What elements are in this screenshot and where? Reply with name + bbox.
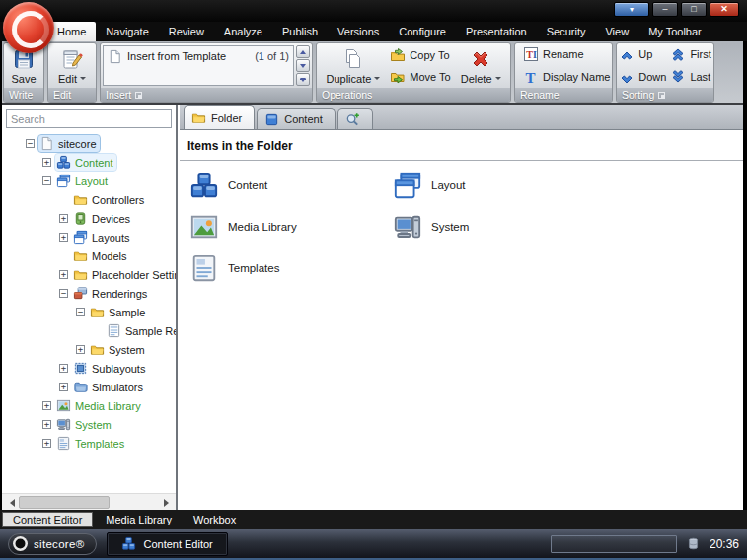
ribbon-tab-security[interactable]: Security xyxy=(537,22,596,41)
layout-icon xyxy=(73,230,88,245)
content-tab-folder[interactable]: Folder xyxy=(184,105,255,129)
copy-to-button[interactable]: Copy To xyxy=(388,46,452,64)
scroll-down-button[interactable] xyxy=(296,59,310,72)
sitecore-start-button[interactable]: sitecore® xyxy=(8,533,97,555)
move-to-icon xyxy=(390,69,406,85)
expand-icon[interactable]: + xyxy=(42,420,51,429)
folder-icon xyxy=(73,192,88,207)
tree-item-system[interactable]: +System xyxy=(2,415,176,434)
tree-item-devices[interactable]: +Devices xyxy=(2,209,176,228)
first-button[interactable]: First xyxy=(668,45,712,63)
tree-item-sublayouts[interactable]: +Sublayouts xyxy=(2,359,176,378)
scroll-page-down-button[interactable] xyxy=(296,73,310,86)
cube-icon xyxy=(264,112,279,127)
tree-item-layouts[interactable]: +Layouts xyxy=(2,228,176,246)
folder-item-layout[interactable]: Layout xyxy=(393,171,689,200)
tree-item-simulators[interactable]: +Simulators xyxy=(2,378,176,396)
tree-item-system[interactable]: +System xyxy=(2,340,176,359)
search-plus-icon xyxy=(345,112,360,127)
content-tab-content[interactable]: Content xyxy=(257,108,336,129)
delete-button[interactable]: Delete xyxy=(457,45,505,87)
folder-icon xyxy=(90,305,105,319)
tree-item-media-library[interactable]: +Media Library xyxy=(2,396,176,415)
close-button[interactable]: ✕ xyxy=(710,2,739,17)
ribbon-tab-my-toolbar[interactable]: My Toolbar xyxy=(638,22,711,41)
expand-icon[interactable]: + xyxy=(59,270,68,279)
triangle-page-down-icon xyxy=(300,78,306,85)
collapse-icon[interactable]: − xyxy=(59,289,68,298)
triangle-right-icon xyxy=(164,499,173,507)
dialog-launcher-icon[interactable] xyxy=(135,92,142,99)
last-button[interactable]: Last xyxy=(668,68,712,86)
double-chevron-down-icon xyxy=(670,69,686,85)
ribbon-tab-view[interactable]: View xyxy=(595,22,638,41)
maximize-button[interactable]: □ xyxy=(681,2,707,17)
tree-item-templates[interactable]: +Templates xyxy=(2,434,176,453)
down-button[interactable]: Down xyxy=(617,68,668,86)
display-name-button[interactable]: T Display Name xyxy=(521,68,612,86)
expand-icon[interactable]: + xyxy=(59,233,68,242)
insert-from-template-button[interactable]: Insert from Template (1 of 1) xyxy=(103,45,294,86)
ribbon-tab-home[interactable]: Home xyxy=(47,22,96,41)
layout-icon xyxy=(393,171,422,200)
tree-item-controllers[interactable]: Controllers xyxy=(2,190,176,209)
window-menu-button[interactable]: ▾ xyxy=(614,2,649,17)
expand-icon[interactable]: + xyxy=(59,364,68,373)
group-label-write: Write xyxy=(4,88,43,102)
ribbon: Save Write Edit Edit Insert from Templat… xyxy=(2,41,743,105)
ribbon-tab-analyze[interactable]: Analyze xyxy=(214,22,272,41)
expand-icon[interactable]: + xyxy=(42,401,51,410)
expand-icon[interactable]: + xyxy=(59,214,68,223)
collapse-icon[interactable]: − xyxy=(76,308,85,316)
collapse-icon[interactable]: − xyxy=(42,176,51,185)
tree-item-sample-rendering[interactable]: Sample Rendering xyxy=(2,321,176,340)
folder-item-system[interactable]: System xyxy=(393,212,689,242)
collapse-icon[interactable]: − xyxy=(26,139,35,148)
tree-item-models[interactable]: Models xyxy=(2,246,176,265)
folder-item-media-library[interactable]: Media Library xyxy=(189,212,393,242)
scrollbar-thumb[interactable] xyxy=(19,496,110,509)
scroll-left-button[interactable] xyxy=(2,495,18,510)
tree-item-sample[interactable]: −Sample xyxy=(2,303,176,321)
expand-icon[interactable]: + xyxy=(42,158,51,167)
folder-item-templates[interactable]: Templates xyxy=(189,253,393,283)
ribbon-tab-configure[interactable]: Configure xyxy=(389,22,456,41)
ribbon-tab-publish[interactable]: Publish xyxy=(272,22,328,41)
ribbon-tab-navigate[interactable]: Navigate xyxy=(96,22,158,41)
folder-items-grid: ContentLayoutMedia LibrarySystemTemplate… xyxy=(180,161,743,283)
dialog-launcher-icon[interactable] xyxy=(658,92,665,99)
duplicate-button[interactable]: Duplicate xyxy=(322,45,384,87)
ribbon-tab-versions[interactable]: Versions xyxy=(328,22,389,41)
tree-item-layout[interactable]: −Layout xyxy=(2,172,176,190)
expand-icon[interactable]: + xyxy=(76,345,85,354)
edit-button[interactable]: Edit xyxy=(54,45,90,87)
taskbar-app-content-editor[interactable]: Content Editor xyxy=(107,532,227,556)
tree-item-sitecore[interactable]: −sitecore xyxy=(2,134,176,153)
ribbon-tab-presentation[interactable]: Presentation xyxy=(456,22,537,41)
device-icon xyxy=(73,211,88,226)
app-tab-media-library[interactable]: Media Library xyxy=(95,512,183,527)
sitecore-logo-icon[interactable] xyxy=(3,2,54,53)
folder-item-content[interactable]: Content xyxy=(189,171,393,200)
tree-item-renderings[interactable]: −Renderings xyxy=(2,284,176,303)
expand-icon[interactable]: + xyxy=(42,439,51,448)
scroll-right-button[interactable] xyxy=(160,495,176,510)
move-to-button[interactable]: Move To xyxy=(388,68,452,86)
rename-button[interactable]: TI Rename xyxy=(521,45,586,63)
up-button[interactable]: Up xyxy=(617,45,668,63)
templates-doc-icon xyxy=(56,436,71,451)
tree-horizontal-scrollbar[interactable] xyxy=(2,493,176,510)
minimize-button[interactable]: – xyxy=(652,2,678,17)
app-tab-content-editor[interactable]: Content Editor xyxy=(2,512,93,527)
expand-icon[interactable]: + xyxy=(59,383,68,391)
ribbon-tab-review[interactable]: Review xyxy=(159,22,214,41)
database-icon[interactable] xyxy=(687,536,700,551)
search-input[interactable] xyxy=(6,109,172,128)
app-tab-workbox[interactable]: Workbox xyxy=(183,512,247,527)
tree-item-placeholder-settings[interactable]: +Placeholder Settings xyxy=(2,265,176,284)
sitecore-wordmark: sitecore® xyxy=(34,538,84,550)
scroll-up-button[interactable] xyxy=(296,45,310,58)
content-tab-search[interactable] xyxy=(337,108,373,129)
tree-item-content[interactable]: +Content xyxy=(2,153,176,172)
group-label-insert: Insert xyxy=(101,88,312,102)
